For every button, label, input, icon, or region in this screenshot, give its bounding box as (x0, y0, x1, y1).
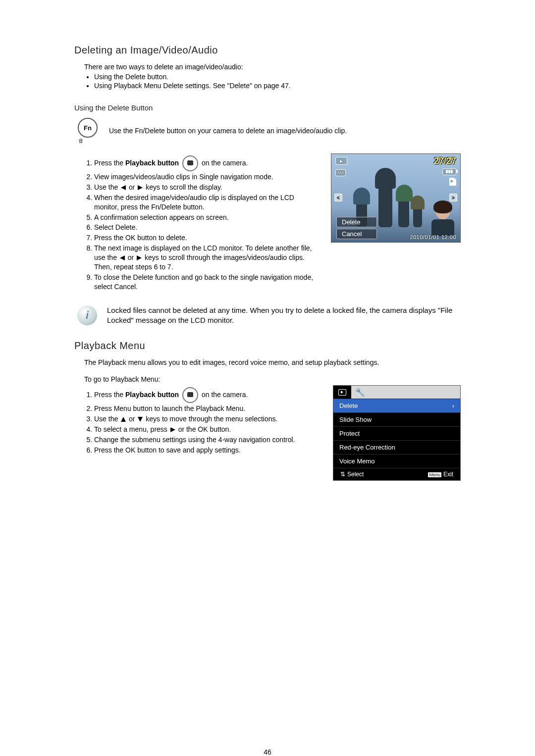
left-arrow-icon (121, 185, 126, 190)
step-1: Press the Playback button on the camera. (94, 155, 319, 171)
menu-badge: Menu (428, 472, 441, 477)
step-3-pre: Use the (94, 183, 120, 191)
battery-icon (442, 168, 456, 175)
step-1-bold: Playback button (125, 159, 179, 167)
delete-methods-list: Using the Delete button. Using Playback … (94, 73, 461, 90)
step-3: Use the or keys to scroll the display. (94, 183, 319, 192)
playback-button-icon (182, 387, 198, 403)
menu-item-redeye: Red-eye Correction (333, 440, 460, 454)
step-5: A confirmation selection appears on scre… (94, 213, 319, 222)
pb-step-1-post: on the camera. (202, 391, 248, 399)
step-4: When the desired image/video/audio clip … (94, 193, 319, 212)
right-arrow-icon (137, 255, 142, 260)
heading-playback-menu: Playback Menu (74, 340, 461, 352)
right-arrow-icon (138, 185, 143, 190)
up-arrow-icon (121, 417, 126, 422)
camera-lcd-delete-preview: ▸ 27/27 8M < > Delete Cancel 2010/01/0 (331, 153, 461, 243)
fn-description: Use the Fn/Delete button on your camera … (109, 127, 347, 135)
step-9: To close the Delete function and go back… (94, 273, 319, 292)
footer-exit: MenuExit (428, 471, 453, 478)
step-8: The next image is displayed on the LCD m… (94, 244, 319, 272)
pb-step-6: Press the OK button to save and apply se… (94, 446, 321, 455)
chevron-right-icon: › (452, 402, 454, 409)
pb-step-3-pre: Use the (94, 415, 120, 423)
step-8-mid: or (126, 253, 136, 261)
menu-item-slideshow: Slide Show (333, 412, 460, 426)
pb-step-2: Press Menu button to launch the Playback… (94, 404, 321, 413)
fn-label: Fn (78, 118, 98, 138)
step-7: Press the OK button to delete. (94, 233, 319, 243)
left-arrow-icon (120, 255, 125, 260)
info-icon: i (77, 305, 97, 325)
updown-icon: ⇅ (340, 471, 345, 478)
delete-steps: Press the Playback button on the camera.… (94, 155, 319, 292)
trash-icon: 🗑 (78, 138, 84, 144)
pb-step-4-post: or the OK button. (176, 425, 231, 433)
menu-item-voicememo: Voice Memo (333, 454, 460, 468)
nav-right-icon: > (449, 194, 457, 202)
intro-delete: There are two ways to delete an image/vi… (84, 63, 461, 71)
pb-step-4: To select a menu, press or the OK button… (94, 425, 321, 434)
playback-mode-icon: ▸ (335, 157, 347, 165)
pb-step-3-post: keys to move through the menu selections… (144, 415, 277, 423)
bullet-delete-button: Using the Delete button. (94, 73, 461, 81)
intro-playback: The Playback menu allows you to edit ima… (84, 358, 461, 366)
fn-delete-button-graphic: Fn 🗑 (76, 118, 99, 144)
card-icon (449, 178, 456, 187)
heading-deleting: Deleting an Image/Video/Audio (74, 45, 461, 56)
right-arrow-icon (170, 427, 175, 432)
locked-files-note: Locked files cannot be deleted at any ti… (107, 305, 461, 326)
page-number: 46 (74, 748, 461, 756)
footer-select-label: Select (347, 471, 364, 478)
nav-left-icon: < (334, 194, 342, 202)
lcd-timestamp: 2010/01/01 12:00 (410, 234, 456, 240)
playback-button-icon (182, 155, 198, 171)
tab-settings: 🔧 (351, 386, 369, 399)
pb-step-1-bold: Playback button (125, 391, 179, 399)
step-2: View images/videos/audio clips in Single… (94, 172, 319, 182)
image-size-badge: 8M (335, 169, 346, 176)
playback-steps: Press the Playback button on the camera.… (94, 387, 321, 454)
subheading-goto-playback: To go to Playback Menu: (84, 375, 461, 383)
lcd-option-delete: Delete (336, 217, 377, 227)
step-3-post: keys to scroll the display. (144, 183, 222, 191)
step-1-pre: Press the (94, 159, 125, 167)
wrench-icon: 🔧 (355, 388, 365, 397)
pb-step-1: Press the Playback button on the camera. (94, 387, 321, 403)
menu-item-delete: Delete › (333, 399, 460, 412)
subheading-using-delete-button: Using the Delete Button (74, 103, 461, 112)
lcd-option-cancel: Cancel (336, 229, 377, 239)
pb-step-5: Change the submenu settings using the 4-… (94, 435, 321, 445)
menu-item-protect: Protect (333, 426, 460, 440)
pb-step-3-mid: or (127, 415, 137, 423)
tab-playback (333, 386, 351, 399)
menu-item-delete-label: Delete (339, 402, 358, 409)
pb-step-4-pre: To select a menu, press (94, 425, 169, 433)
image-counter: 27/27 (434, 156, 456, 166)
step-1-post: on the camera. (202, 159, 248, 167)
pb-step-1-pre: Press the (94, 391, 125, 399)
pb-step-3: Use the or keys to move through the menu… (94, 414, 321, 424)
camera-lcd-playback-menu: 🔧 Delete › Slide Show Protect Red-eye Co… (333, 385, 461, 481)
footer-exit-label: Exit (443, 471, 453, 478)
playback-tab-icon (338, 389, 346, 396)
footer-select: ⇅ Select (340, 471, 364, 478)
step-6: Select Delete. (94, 223, 319, 232)
down-arrow-icon (138, 417, 143, 422)
step-3-mid: or (127, 183, 137, 191)
bullet-playback-menu: Using Playback Menu Delete settings. See… (94, 82, 461, 90)
